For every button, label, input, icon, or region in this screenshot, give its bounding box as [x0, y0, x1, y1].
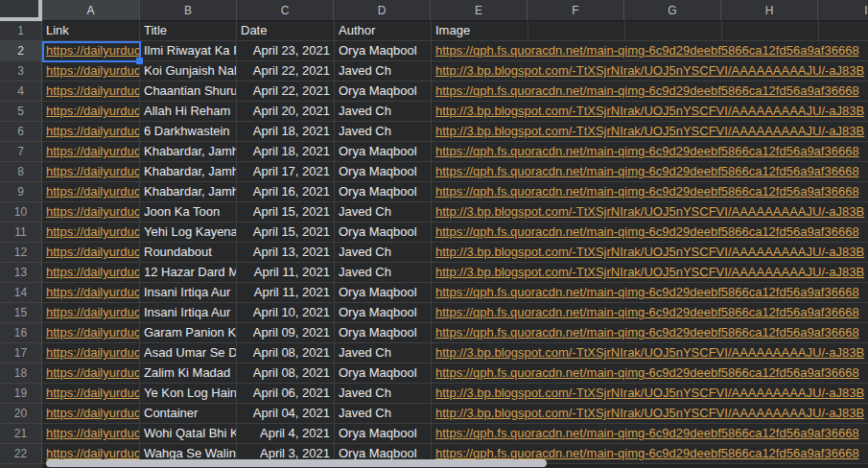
cell-author[interactable]: Orya Maqbool [335, 283, 432, 303]
cell-image-url-link[interactable]: http://3.bp.blogspot.com/-TtXSjrNIrak/UO… [435, 204, 864, 219]
cell-title[interactable]: Joon Ka Toon [140, 202, 237, 222]
cell-date[interactable]: April 08, 2021 [237, 343, 335, 363]
cell-link[interactable]: https://dailyurducolumns [42, 283, 140, 303]
cell-link-link[interactable]: https://dailyurducolumns [46, 63, 140, 78]
column-header-a[interactable]: A [42, 0, 140, 21]
row-number[interactable]: 16 [0, 323, 42, 343]
cell-link-link[interactable]: https://dailyurducolumns [46, 446, 140, 460]
cell-title[interactable]: Ye Kon Log Hain [140, 384, 237, 404]
cell-link[interactable]: https://dailyurducolumns [42, 202, 140, 222]
cell-date[interactable]: April 17, 2021 [237, 162, 335, 182]
cell-image-url[interactable]: https://qph.fs.quoracdn.net/main-qimg-6c… [432, 303, 868, 323]
cell-image-url-link[interactable]: http://3.bp.blogspot.com/-TtXSjrNIrak/UO… [435, 265, 864, 279]
cell-image-url-link[interactable]: http://3.bp.blogspot.com/-TtXSjrNIrak/UO… [435, 63, 864, 78]
cell-author[interactable]: Javed Ch [335, 61, 432, 82]
cell-image-url[interactable]: https://qph.fs.quoracdn.net/main-qimg-6c… [432, 41, 868, 61]
row-number[interactable]: 12 [0, 243, 42, 263]
cell-image-url[interactable]: https://qph.fs.quoracdn.net/main-qimg-6c… [432, 222, 868, 243]
cell-image-url-link[interactable]: https://qph.fs.quoracdn.net/main-qimg-6c… [435, 184, 859, 199]
cell-link[interactable]: https://dailyurducolumns [42, 61, 140, 82]
row-number[interactable]: 3 [0, 61, 42, 82]
cell-link-link[interactable]: https://dailyurducolumns [46, 285, 140, 299]
cell-date[interactable]: April 13, 2021 [237, 243, 335, 263]
cell-date[interactable]: April 11, 2021 [237, 263, 335, 283]
cell-image-url[interactable]: http://3.bp.blogspot.com/-TtXSjrNIrak/UO… [432, 61, 868, 82]
cell-link-link[interactable]: https://dailyurducolumns [46, 83, 140, 98]
cell-link-link[interactable]: https://dailyurducolumns [46, 245, 140, 259]
cell-image-url[interactable]: http://3.bp.blogspot.com/-TtXSjrNIrak/UO… [432, 343, 868, 363]
cell-date[interactable]: April 15, 2021 [237, 222, 335, 243]
cell-image-url-link[interactable]: https://qph.fs.quoracdn.net/main-qimg-6c… [435, 446, 859, 460]
cell-link-link[interactable]: https://dailyurducolumns [46, 124, 140, 138]
cell-image-url[interactable]: https://qph.fs.quoracdn.net/main-qimg-6c… [432, 162, 868, 182]
cell-link-link[interactable]: https://dailyurducolumns [46, 184, 140, 199]
cell-title[interactable]: Container [140, 404, 237, 424]
row-number[interactable]: 21 [0, 424, 42, 444]
cell-image-url-link[interactable]: https://qph.fs.quoracdn.net/main-qimg-6c… [435, 144, 859, 158]
column-header-g[interactable]: G [624, 0, 721, 21]
cell-date[interactable]: April 09, 2021 [237, 323, 335, 343]
cell-title[interactable]: Khabardar, Jamh [140, 142, 237, 162]
cell-author[interactable]: Javed Ch [335, 384, 432, 404]
cell-author[interactable]: Orya Maqbool [335, 82, 432, 102]
select-all-corner[interactable] [0, 0, 42, 21]
cell-image-url-link[interactable]: https://qph.fs.quoracdn.net/main-qimg-6c… [435, 164, 859, 178]
cell-title[interactable]: 6 Darkhwastein [140, 122, 237, 142]
row-number[interactable]: 1 [0, 21, 42, 41]
cell-link-link[interactable]: https://dailyurducolumns [46, 224, 140, 239]
cell-image-url[interactable]: http://3.bp.blogspot.com/-TtXSjrNIrak/UO… [432, 102, 868, 122]
cell-link[interactable]: https://dailyurducolumns [42, 343, 140, 363]
cell-date[interactable]: April 11, 2021 [237, 283, 335, 303]
cell-link-link[interactable]: https://dailyurducolumns [46, 386, 140, 400]
cell-author[interactable]: Javed Ch [335, 404, 432, 424]
cell-link[interactable]: https://dailyurducolumns [42, 162, 140, 182]
cell-image-url[interactable]: http://3.bp.blogspot.com/-TtXSjrNIrak/UO… [432, 384, 868, 404]
cell-link[interactable]: https://dailyurducolumns [42, 122, 140, 142]
cell-date[interactable]: April 20, 2021 [237, 102, 335, 122]
row-number[interactable]: 20 [0, 404, 42, 424]
row-number[interactable]: 8 [0, 162, 42, 182]
column-header-i[interactable]: I [818, 0, 868, 21]
cell-link-link[interactable]: https://dailyurducolumns [46, 204, 140, 219]
cell-title[interactable]: Khabardar, Jamh [140, 162, 237, 182]
cell-title[interactable]: Ilmi Riwayat Ka P [140, 41, 237, 61]
cell-link[interactable]: https://dailyurducolumns [42, 363, 140, 384]
column-header-e[interactable]: E [431, 0, 528, 21]
cell-author[interactable]: Javed Ch [335, 202, 432, 222]
cell-author[interactable]: Orya Maqbool [335, 162, 432, 182]
row-number[interactable]: 11 [0, 222, 42, 243]
cell-image-url[interactable]: http://3.bp.blogspot.com/-TtXSjrNIrak/UO… [432, 202, 868, 222]
cell-link[interactable]: https://dailyurducolumns [42, 82, 140, 102]
cell-author[interactable]: Orya Maqbool [335, 182, 432, 202]
cell-title[interactable]: Insani Irtiqa Aur [140, 283, 237, 303]
cell-image-url[interactable]: https://qph.fs.quoracdn.net/main-qimg-6c… [432, 323, 868, 343]
cell-date[interactable]: April 10, 2021 [237, 303, 335, 323]
cell-image-url-link[interactable]: http://3.bp.blogspot.com/-TtXSjrNIrak/UO… [435, 124, 864, 138]
cell-link[interactable]: https://dailyurducolumns [42, 303, 140, 323]
row-number[interactable]: 18 [0, 363, 42, 384]
cell-title[interactable]: Roundabout [140, 243, 237, 263]
cell-link-link[interactable]: https://dailyurducolumns [46, 426, 140, 440]
row-number[interactable]: 9 [0, 182, 42, 202]
cell-author[interactable]: Orya Maqbool [335, 142, 432, 162]
cell-title[interactable]: Asad Umar Se D [140, 343, 237, 363]
cell-author[interactable]: Javed Ch [335, 263, 432, 283]
cell-link-link[interactable]: https://dailyurducolumns [46, 164, 140, 178]
cell-link-link[interactable]: https://dailyurducolumns [46, 265, 140, 279]
cell-date[interactable]: April 18, 2021 [237, 122, 335, 142]
empty-cell-i1[interactable] [819, 21, 868, 41]
cell-image-url-link[interactable]: https://qph.fs.quoracdn.net/main-qimg-6c… [435, 426, 859, 440]
empty-cell-h1[interactable] [722, 21, 819, 41]
header-cell-link[interactable]: Link [42, 21, 140, 41]
cell-date[interactable]: April 22, 2021 [237, 82, 335, 102]
row-number[interactable]: 19 [0, 384, 42, 404]
cell-link[interactable]: https://dailyurducolumns [42, 142, 140, 162]
cell-image-url-link[interactable]: https://qph.fs.quoracdn.net/main-qimg-6c… [435, 83, 859, 98]
column-header-c[interactable]: C [237, 0, 334, 21]
cell-author[interactable]: Javed Ch [335, 343, 432, 363]
cell-author[interactable]: Javed Ch [335, 122, 432, 142]
row-number[interactable]: 6 [0, 122, 42, 142]
row-number[interactable]: 10 [0, 202, 42, 222]
fill-handle[interactable] [136, 58, 143, 64]
cell-link[interactable]: https://dailyurducolumns [42, 182, 140, 202]
